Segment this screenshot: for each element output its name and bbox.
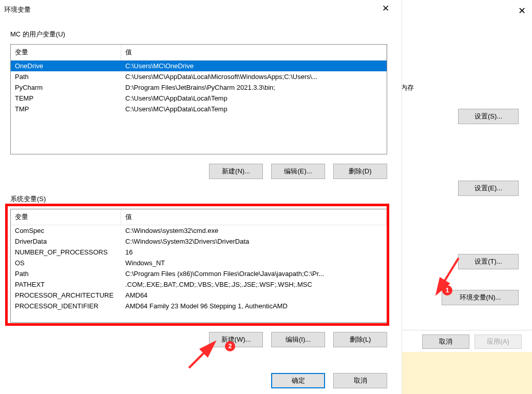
user-vars-listbox[interactable]: 变量 值 OneDriveC:\Users\MC\OneDrivePathC:\… (10, 44, 387, 154)
table-row[interactable]: PATHEXT.COM;.EXE;.BAT;.CMD;.VBS;.VBE;.JS… (11, 279, 387, 290)
dialog-buttons: 确定 取消 (0, 373, 402, 388)
var-name: PATHEXT (11, 279, 121, 290)
user-new-button[interactable]: 新建(N)... (209, 164, 263, 179)
var-name: ComSpec (11, 225, 121, 236)
environment-variables-dialog: 环境变量 ✕ MC 的用户变量(U) 变量 值 OneDriveC:\Users… (0, 0, 402, 394)
var-value: C:\Program Files (x86)\Common Files\Orac… (121, 268, 387, 279)
table-row[interactable]: PyCharmD:\Program Files\JetBrains\PyChar… (11, 82, 387, 93)
var-value: C:\Users\MC\AppData\Local\Temp (121, 93, 387, 104)
system-vars-label: 系统变量(S) (10, 194, 387, 204)
var-name: TMP (11, 104, 121, 114)
var-value: 16 (121, 247, 387, 258)
cancel-button[interactable]: 取消 (422, 334, 469, 349)
var-value: AMD64 (121, 290, 387, 301)
var-name: Path (11, 71, 121, 82)
var-value: C:\Users\MC\AppData\Local\Temp (121, 104, 387, 114)
list-header: 变量 值 (11, 209, 387, 225)
col-value[interactable]: 值 (121, 45, 387, 60)
memory-label: 内存 (401, 83, 414, 92)
settings-s-button[interactable]: 设置(S)... (458, 109, 519, 124)
var-value: AMD64 Family 23 Model 96 Stepping 1, Aut… (121, 301, 387, 311)
ok-button[interactable]: 确定 (271, 373, 325, 388)
table-row[interactable]: PROCESSOR_IDENTIFIERAMD64 Family 23 Mode… (11, 301, 387, 311)
table-row[interactable]: ComSpecC:\Windows\system32\cmd.exe (11, 225, 387, 236)
footer-strip (401, 352, 532, 394)
env-vars-button[interactable]: 环境变量(N)... (442, 290, 519, 305)
var-value: C:\Users\MC\AppData\Local\Microsoft\Wind… (121, 71, 387, 82)
col-value[interactable]: 值 (121, 209, 387, 225)
dialog-title: 环境变量 (4, 5, 31, 14)
user-vars-label: MC 的用户变量(U) (10, 30, 387, 39)
var-name: DriverData (11, 236, 121, 247)
system-buttons-row: 新建(W)... 编辑(I)... 删除(L) (10, 332, 387, 347)
col-variable[interactable]: 变量 (11, 209, 121, 225)
system-properties-dialog: ✕ 内存 设置(S)... 设置(E)... 设置(T)... 环境变量(N).… (401, 0, 532, 394)
table-row[interactable]: NUMBER_OF_PROCESSORS16 (11, 247, 387, 258)
var-name: TEMP (11, 93, 121, 104)
var-name: OneDrive (11, 61, 121, 71)
apply-button: 应用(A) (474, 334, 522, 349)
var-value: Windows_NT (121, 258, 387, 268)
table-row[interactable]: OneDriveC:\Users\MC\OneDrive (11, 61, 387, 71)
table-row[interactable]: PathC:\Program Files (x86)\Common Files\… (11, 268, 387, 279)
user-delete-button[interactable]: 删除(D) (333, 164, 387, 179)
list-header: 变量 值 (11, 45, 387, 61)
table-row[interactable]: PathC:\Users\MC\AppData\Local\Microsoft\… (11, 71, 387, 82)
var-value: D:\Program Files\JetBrains\PyCharm 2021.… (121, 82, 387, 93)
system-new-button[interactable]: 新建(W)... (209, 332, 263, 347)
cancel-button[interactable]: 取消 (333, 373, 387, 388)
table-row[interactable]: OSWindows_NT (11, 258, 387, 268)
user-buttons-row: 新建(N)... 编辑(E)... 删除(D) (10, 164, 387, 179)
titlebar: 环境变量 ✕ (0, 0, 402, 19)
user-edit-button[interactable]: 编辑(E)... (271, 164, 325, 179)
system-vars-body: ComSpecC:\Windows\system32\cmd.exeDriver… (11, 225, 387, 322)
system-edit-button[interactable]: 编辑(I)... (271, 332, 325, 347)
user-vars-body: OneDriveC:\Users\MC\OneDrivePathC:\Users… (11, 61, 387, 154)
table-row[interactable]: TEMPC:\Users\MC\AppData\Local\Temp (11, 93, 387, 104)
var-value: C:\Windows\system32\cmd.exe (121, 225, 387, 236)
var-name: NUMBER_OF_PROCESSORS (11, 247, 121, 258)
settings-t-button[interactable]: 设置(T)... (458, 254, 519, 269)
var-value: .COM;.EXE;.BAT;.CMD;.VBS;.VBE;.JS;.JSE;.… (121, 279, 387, 290)
system-delete-button[interactable]: 删除(L) (333, 332, 387, 347)
var-name: PROCESSOR_IDENTIFIER (11, 301, 121, 311)
dialog-footer: 取消 应用(A) (398, 330, 532, 351)
col-variable[interactable]: 变量 (11, 45, 121, 60)
var-value: C:\Users\MC\OneDrive (121, 61, 387, 71)
var-name: PyCharm (11, 82, 121, 93)
var-name: OS (11, 258, 121, 268)
var-name: PROCESSOR_ARCHITECTURE (11, 290, 121, 301)
system-vars-listbox[interactable]: 变量 值 ComSpecC:\Windows\system32\cmd.exeD… (10, 209, 387, 323)
close-icon[interactable]: ✕ (374, 0, 397, 16)
table-row[interactable]: DriverDataC:\Windows\System32\Drivers\Dr… (11, 236, 387, 247)
table-row[interactable]: PROCESSOR_ARCHITECTUREAMD64 (11, 290, 387, 301)
settings-e-button[interactable]: 设置(E)... (458, 181, 519, 196)
var-name: Path (11, 268, 121, 279)
table-row[interactable]: TMPC:\Users\MC\AppData\Local\Temp (11, 104, 387, 114)
close-icon[interactable]: ✕ (518, 5, 526, 16)
var-value: C:\Windows\System32\Drivers\DriverData (121, 236, 387, 247)
